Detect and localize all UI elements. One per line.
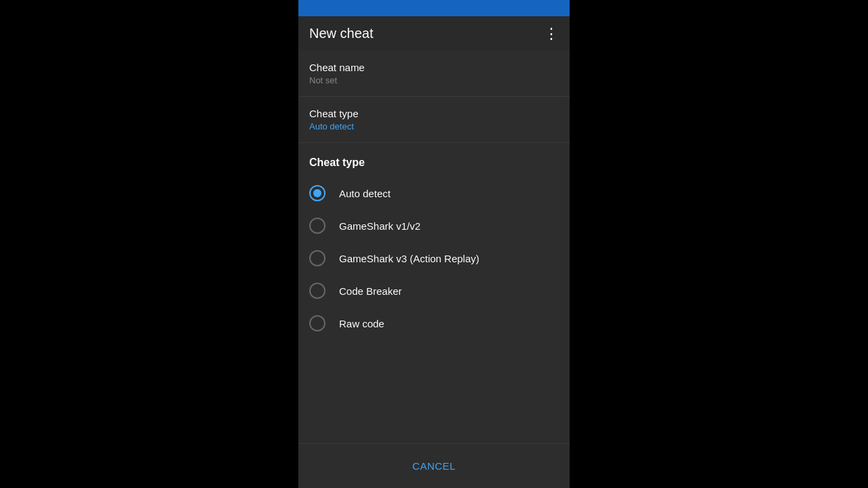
radio-gameshark-v1v2-circle xyxy=(309,218,326,234)
radio-auto-detect-label: Auto detect xyxy=(339,188,391,199)
radio-raw-code[interactable]: Raw code xyxy=(309,307,559,340)
radio-gameshark-v3-circle xyxy=(309,250,326,266)
radio-auto-detect-circle xyxy=(309,185,326,201)
cheat-name-value: Not set xyxy=(309,75,559,85)
more-options-icon[interactable]: ⋮ xyxy=(544,26,559,41)
cheat-name-label: Cheat name xyxy=(309,62,559,73)
cheat-name-field[interactable]: Cheat name Not set xyxy=(298,51,570,97)
radio-gameshark-v1v2[interactable]: GameShark v1/v2 xyxy=(309,209,559,242)
right-background xyxy=(570,0,868,488)
cheat-type-field[interactable]: Cheat type Auto detect xyxy=(298,97,570,143)
radio-auto-detect[interactable]: Auto detect xyxy=(309,177,559,209)
dialog-footer: Cancel xyxy=(298,443,570,488)
radio-gameshark-v3[interactable]: GameShark v3 (Action Replay) xyxy=(309,242,559,274)
content-area: Cheat name Not set Cheat type Auto detec… xyxy=(298,51,570,488)
radio-code-breaker-circle xyxy=(309,283,326,299)
status-bar xyxy=(298,0,570,16)
dialog-container: New cheat ⋮ Cheat name Not set Cheat typ… xyxy=(298,0,570,488)
left-background xyxy=(0,0,298,488)
radio-raw-code-circle xyxy=(309,315,326,331)
cheat-type-value: Auto detect xyxy=(309,121,559,131)
cancel-button[interactable]: Cancel xyxy=(396,455,472,477)
radio-gameshark-v3-label: GameShark v3 (Action Replay) xyxy=(339,253,479,264)
toolbar-title: New cheat xyxy=(309,26,374,41)
toolbar: New cheat ⋮ xyxy=(298,16,570,51)
radio-code-breaker-label: Code Breaker xyxy=(339,285,402,297)
radio-gameshark-v1v2-label: GameShark v1/v2 xyxy=(339,220,420,232)
radio-raw-code-label: Raw code xyxy=(339,318,384,329)
radio-options-list: Auto detect GameShark v1/v2 GameShark v3… xyxy=(298,177,570,340)
cheat-type-section-title: Cheat type xyxy=(298,143,570,177)
radio-code-breaker[interactable]: Code Breaker xyxy=(309,274,559,307)
cheat-type-label: Cheat type xyxy=(309,108,559,119)
